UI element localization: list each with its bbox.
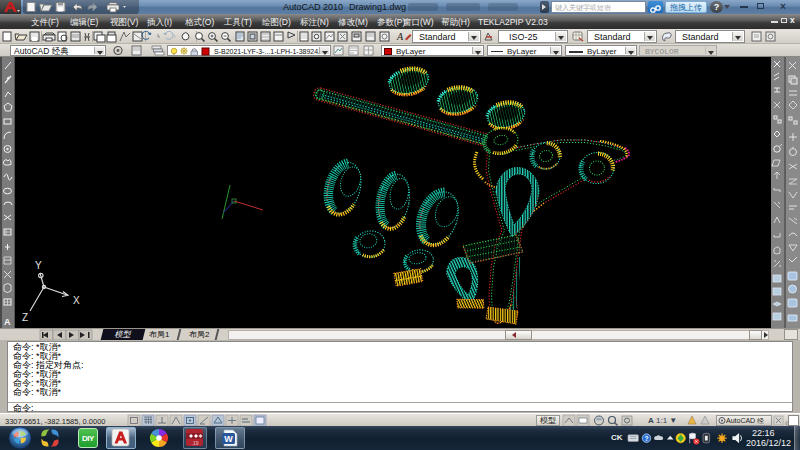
svg-text:A: A (396, 31, 404, 42)
svg-text:.19: .19 (192, 440, 199, 446)
svg-text:W: W (224, 434, 233, 444)
svg-text:Y: Y (35, 260, 42, 271)
svg-text:A: A (4, 317, 11, 327)
svg-text:X: X (73, 295, 80, 306)
svg-text:Z: Z (22, 312, 28, 323)
svg-text:?: ? (644, 435, 648, 442)
